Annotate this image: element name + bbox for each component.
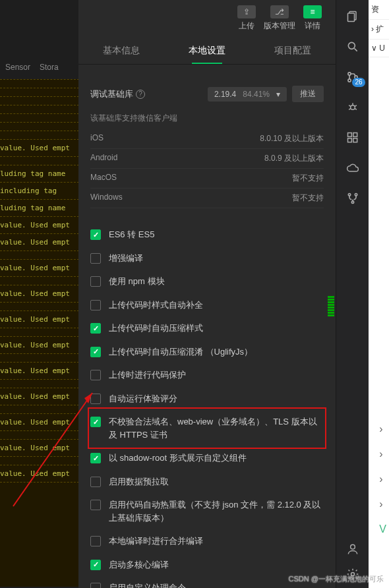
console-line — [0, 156, 79, 165]
info-icon[interactable]: ? — [136, 90, 145, 99]
svg-point-6 — [347, 73, 350, 75]
console-line — [0, 79, 79, 88]
console-line — [0, 113, 79, 122]
console-line: value. Used empt — [0, 233, 79, 250]
side-item-1[interactable]: 资 — [369, 0, 389, 20]
console-line — [0, 250, 79, 259]
perf-meter — [328, 277, 334, 316]
console-line: luding tag name — [0, 199, 79, 216]
checkbox[interactable]: ✓ — [90, 417, 101, 427]
source-control-icon[interactable]: 26 — [345, 70, 360, 84]
checkbox[interactable] — [90, 500, 101, 510]
check-label: 不校验合法域名、web-view（业务域名）、TLS 版本以及 HTTPS 证书 — [109, 415, 324, 441]
version-label: 版本管理 — [264, 20, 295, 32]
console-line — [0, 96, 79, 105]
version-percent: 84.41% — [243, 90, 270, 99]
tab-project[interactable]: 项目配置 — [250, 37, 336, 64]
console-line — [0, 131, 79, 139]
detail-button[interactable]: ≡ 详情 — [296, 0, 329, 37]
checkbox[interactable] — [90, 276, 101, 287]
chevron-right-icon[interactable]: › — [379, 498, 386, 510]
upload-label: 上传 — [239, 20, 254, 32]
check-label: 上传代码时自动压缩样式 — [109, 322, 203, 335]
console-line: value. Used empt — [0, 336, 79, 353]
console-line: value. Used empt — [0, 362, 79, 379]
top-toolbar: ⇪ 上传 ⎇ 版本管理 ≡ 详情 — [78, 0, 336, 37]
svg-line-14 — [355, 109, 357, 110]
svg-rect-15 — [347, 133, 351, 137]
extensions-icon[interactable] — [345, 131, 360, 145]
check-row: ✓上传代码时自动压缩样式 — [90, 316, 324, 340]
console-line: value. Used empt — [0, 259, 79, 276]
check-label: 增强编译 — [109, 252, 143, 265]
checkbox[interactable] — [90, 394, 101, 404]
settings-content: 调试基础库 ? 2.19.4 84.41% ▾ 推送 该基础库支持微信客户端 i… — [78, 65, 336, 588]
version-button[interactable]: ⎇ 版本管理 — [263, 0, 296, 37]
console-line — [0, 430, 79, 439]
svg-line-12 — [355, 105, 357, 107]
debug-icon[interactable] — [345, 100, 360, 115]
checkbox[interactable]: ✓ — [90, 323, 101, 334]
check-row: 增强编译 — [90, 247, 324, 270]
svg-rect-17 — [353, 138, 357, 142]
checkbox[interactable] — [90, 253, 101, 264]
debug-lib-label: 调试基础库 ? — [90, 88, 145, 100]
check-row: ✓ES6 转 ES5 — [90, 223, 324, 247]
account-icon[interactable] — [345, 542, 360, 556]
check-label: 本地编译时进行合并编译 — [109, 535, 203, 548]
chevron-right-icon[interactable]: › — [379, 423, 386, 435]
console-line — [0, 88, 79, 96]
svg-point-21 — [351, 201, 353, 203]
side-panel: 资 › 扩 ∨ U › › › › V — [369, 0, 389, 588]
checkbox[interactable] — [90, 370, 101, 380]
svg-line-13 — [349, 109, 351, 110]
push-button[interactable]: 推送 — [292, 86, 324, 102]
console-line — [0, 328, 79, 336]
detail-label: 详情 — [305, 20, 320, 32]
checkbox[interactable] — [90, 583, 101, 588]
side-item-2[interactable]: › 扩 — [369, 20, 389, 40]
checkbox[interactable]: ✓ — [90, 560, 101, 570]
upload-button[interactable]: ⇪ 上传 — [230, 0, 263, 37]
search-icon[interactable] — [345, 40, 360, 54]
console-line — [0, 302, 79, 310]
console-line: value. Used empt — [0, 139, 79, 156]
checkbox[interactable]: ✓ — [90, 229, 101, 240]
side-item-3[interactable]: ∨ U — [369, 40, 389, 57]
platform-row: iOS8.0.10 及以上版本 — [90, 129, 324, 149]
platform-req: 暂不支持 — [292, 192, 324, 204]
checkbox[interactable]: ✓ — [90, 347, 101, 357]
check-label: 以 shadow-root 形式展示自定义组件 — [109, 452, 247, 465]
check-row: 上传时进行代码保护 — [90, 363, 324, 387]
checkbox[interactable] — [90, 300, 101, 310]
watermark: CSDN @一杯充满泡泡的可乐 — [289, 574, 384, 584]
tab-basic[interactable]: 基本信息 — [78, 37, 164, 64]
check-row: ✓启动多核心编译 — [90, 553, 324, 577]
checkbox[interactable] — [90, 477, 101, 487]
checkbox[interactable]: ✓ — [90, 453, 101, 463]
check-label: ES6 转 ES5 — [109, 228, 154, 241]
chevron-right-icon[interactable]: › — [379, 448, 386, 460]
files-icon[interactable] — [345, 9, 360, 24]
chevron-right-icon[interactable]: › — [379, 473, 386, 485]
cloud-icon[interactable] — [345, 161, 360, 175]
check-label: 启用代码自动热重载（不支持 json 文件，需 2.12.0 及以上基础库版本） — [109, 498, 324, 524]
console-line: value. Used empt — [0, 285, 79, 302]
check-label: 上传时进行代码保护 — [109, 368, 186, 382]
console-line: value. Used empt — [0, 413, 79, 430]
console-line: value. Used empt — [0, 310, 79, 328]
bg-panel-header: Sensor Stora — [0, 59, 79, 79]
platform-row: Windows暂不支持 — [90, 189, 324, 208]
branch-tree-icon[interactable] — [345, 191, 360, 206]
vue-icon[interactable]: V — [379, 523, 386, 535]
check-label: 启用数据预拉取 — [109, 475, 169, 488]
chevron-down-icon: ▾ — [276, 90, 280, 99]
check-label: 上传代码时样式自动补全 — [109, 299, 203, 312]
platform-name: iOS — [90, 133, 104, 144]
version-select[interactable]: 2.19.4 84.41% ▾ — [208, 87, 287, 102]
platform-name: MacOS — [90, 173, 117, 184]
checkbox[interactable] — [90, 536, 101, 546]
console-line: value. Used empt — [0, 216, 79, 233]
tab-local[interactable]: 本地设置 — [164, 37, 250, 64]
platform-req: 8.0.10 及以上版本 — [260, 133, 324, 144]
